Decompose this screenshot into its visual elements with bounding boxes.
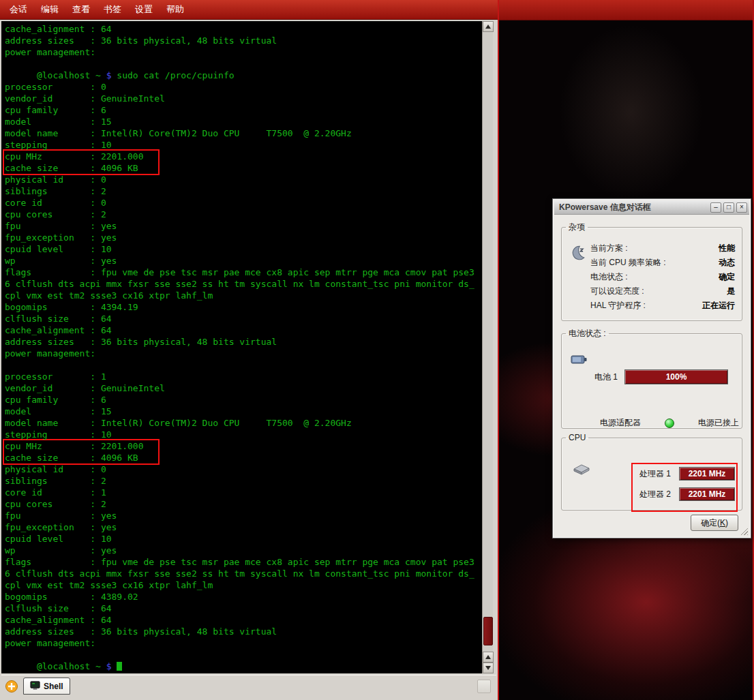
misc-group-title: 杂项 xyxy=(566,222,588,233)
arrow-up-icon xyxy=(485,655,491,659)
menubar-item-4[interactable]: 设置 xyxy=(128,0,160,19)
kpowersave-icon xyxy=(569,244,586,262)
misc-row: HAL 守护程序 :正在运行 xyxy=(590,299,735,313)
highlighted-lines: cpu MHz : 2201.000cache size : 4096 KB xyxy=(3,439,160,465)
prompt-line: @localhost ~ $ sudo cat /proc/cpuinfo xyxy=(5,70,482,81)
battery-label: 电池 1 xyxy=(594,371,618,383)
dialog-body: 杂项 当前方案 :性能当前 CPU 频率策略 :动态电池状态 :确定可以设定亮度… xyxy=(554,215,749,536)
minimize-button[interactable]: – xyxy=(710,202,721,213)
shell-icon xyxy=(30,680,40,693)
terminal-lines: processor : 0vendor_id : GenuineIntelcpu… xyxy=(5,81,482,151)
misc-row-value: 正在运行 xyxy=(702,300,735,311)
terminal-window: 会话编辑查看书签设置帮助 cache_alignment : 64address… xyxy=(0,0,498,700)
misc-row-label: HAL 守护程序 : xyxy=(590,300,646,311)
tab-label: Shell xyxy=(44,682,63,691)
misc-row-value: 性能 xyxy=(719,243,735,254)
maximize-button[interactable]: □ xyxy=(723,202,734,213)
dialog-titlebar[interactable]: KPowersave 信息对话框 –□× xyxy=(554,200,749,215)
scroll-down-button[interactable] xyxy=(483,663,494,673)
ok-accel: K xyxy=(720,518,725,528)
tab-bar-right-icon[interactable] xyxy=(477,680,491,693)
cpu-group-title: CPU xyxy=(566,433,588,442)
menubar-item-3[interactable]: 书签 xyxy=(97,0,128,19)
highlighted-lines: cpu MHz : 2201.000cache size : 4096 KB xyxy=(3,149,160,175)
background-window-titlebar xyxy=(499,0,753,20)
screen: 会话编辑查看书签设置帮助 cache_alignment : 64address… xyxy=(0,0,754,700)
scrollbar-thumb[interactable] xyxy=(483,617,493,645)
misc-row-value: 是 xyxy=(727,286,735,297)
terminal-viewport[interactable]: cache_alignment : 64address sizes : 36 b… xyxy=(1,21,482,673)
tab-bar: Shell xyxy=(1,675,496,697)
cpu-icon xyxy=(571,460,592,478)
menubar-item-2[interactable]: 查看 xyxy=(65,0,97,19)
new-session-icon xyxy=(4,679,19,694)
misc-rows: 当前方案 :性能当前 CPU 频率策略 :动态电池状态 :确定可以设定亮度 :是… xyxy=(590,241,735,313)
battery-percent: 100% xyxy=(666,372,687,382)
terminal-cursor xyxy=(117,662,122,671)
terminal-scrollbar[interactable] xyxy=(482,21,493,673)
battery-progressbar: 100% xyxy=(624,369,728,384)
terminal-lines: cache_alignment : 64address sizes : 36 b… xyxy=(5,23,482,70)
arrow-up-icon xyxy=(485,25,491,29)
new-session-button[interactable] xyxy=(3,678,20,695)
misc-row-value: 确定 xyxy=(719,271,735,283)
misc-group: 杂项 当前方案 :性能当前 CPU 频率策略 :动态电池状态 :确定可以设定亮度… xyxy=(561,222,742,321)
kpowersave-dialog: KPowersave 信息对话框 –□× 杂项 当前方案 :性能当前 CPU 频… xyxy=(552,198,751,538)
menu-bar: 会话编辑查看书签设置帮助 xyxy=(0,0,498,20)
terminal-lines: physical id : 0siblings : 2core id : 0cp… xyxy=(5,174,482,371)
misc-row-value: 动态 xyxy=(719,257,735,269)
power-led-icon xyxy=(665,419,674,428)
misc-row-label: 当前 CPU 频率策略 : xyxy=(590,257,666,269)
adapter-label: 电源适配器 xyxy=(600,417,641,429)
arrow-down-icon xyxy=(485,666,491,670)
resize-grip[interactable] xyxy=(739,526,748,535)
battery-group: 电池状态 : 电池 1 100% 电源适配器 xyxy=(561,328,742,429)
misc-row-label: 当前方案 : xyxy=(590,243,628,254)
adapter-status: 电源已接上 xyxy=(698,417,739,429)
window-buttons: –□× xyxy=(708,202,747,213)
terminal-lines: physical id : 0siblings : 2core id : 1cp… xyxy=(5,463,482,660)
menubar-item-1[interactable]: 编辑 xyxy=(34,0,65,19)
terminal-lines: processor : 1vendor_id : GenuineIntelcpu… xyxy=(5,371,482,440)
misc-row: 电池状态 :确定 xyxy=(590,270,735,284)
adapter-row: 电源适配器 电源已接上 xyxy=(600,417,739,429)
scroll-up-button[interactable] xyxy=(483,21,494,32)
misc-row: 可以设定亮度 :是 xyxy=(590,284,735,299)
misc-row: 当前方案 :性能 xyxy=(590,241,735,256)
menubar-item-5[interactable]: 帮助 xyxy=(160,0,191,19)
misc-row-label: 电池状态 : xyxy=(590,271,628,283)
ok-label: 确定( xyxy=(701,518,720,528)
misc-row: 当前 CPU 频率策略 :动态 xyxy=(590,256,735,270)
tab-shell[interactable]: Shell xyxy=(23,678,70,695)
prompt-line: @localhost ~ $ xyxy=(5,660,482,672)
close-button[interactable]: × xyxy=(736,202,747,213)
cpu-group: CPU 处理器 12201 MHz处理器 22201 MHz xyxy=(561,433,742,511)
battery-group-title: 电池状态 : xyxy=(566,328,609,339)
cpu-highlight-box xyxy=(631,463,738,512)
scroll-up-button-bottom[interactable] xyxy=(483,652,494,663)
ok-label-suffix: ) xyxy=(725,518,728,528)
ok-button[interactable]: 确定(K) xyxy=(691,515,738,531)
battery-icon xyxy=(570,352,589,367)
dialog-title: KPowersave 信息对话框 xyxy=(556,202,708,213)
terminal-output: cache_alignment : 64address sizes : 36 b… xyxy=(1,21,482,672)
misc-row-label: 可以设定亮度 : xyxy=(590,286,644,297)
menubar-item-0[interactable]: 会话 xyxy=(3,0,34,19)
battery-row: 电池 1 100% xyxy=(594,369,728,384)
